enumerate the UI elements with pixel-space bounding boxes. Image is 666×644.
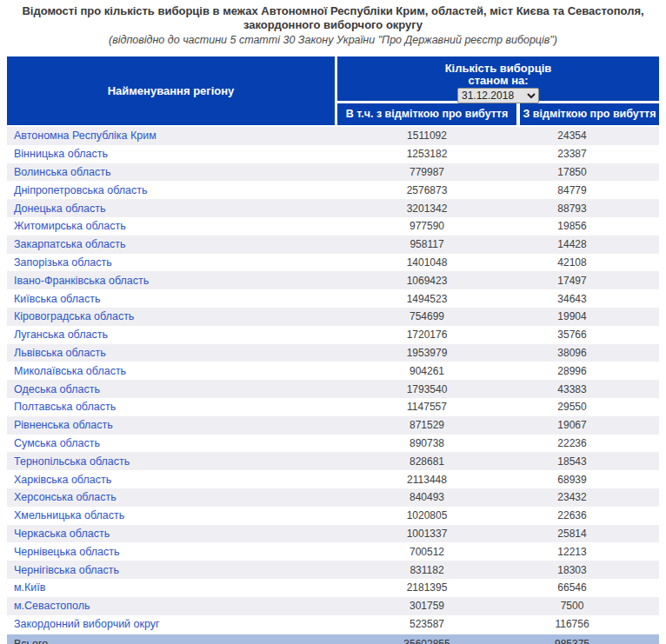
region-link[interactable]: Хмельницька область	[14, 509, 124, 521]
table-row: Луганська область172017635766	[7, 326, 659, 344]
departed-cell: 7500	[516, 600, 659, 612]
footer-departed: 985375	[516, 638, 659, 644]
region-link[interactable]: м.Київ	[14, 581, 45, 594]
table-row: Донецька область320134288793	[7, 199, 659, 217]
departed-cell: 18543	[516, 455, 659, 468]
departed-cell: 43383	[516, 383, 659, 395]
count-header-line1: Кількість виборців	[337, 62, 659, 75]
region-link[interactable]: Автономна Республіка Крим	[14, 129, 157, 142]
total-cell: 1069423	[337, 275, 516, 287]
departed-cell: 19904	[516, 310, 659, 322]
region-link[interactable]: Харківська область	[14, 474, 111, 486]
region-link[interactable]: Рівненська область	[14, 419, 113, 431]
region-link[interactable]: Закордонний виборчий округ	[14, 618, 160, 630]
count-column-header: Кількість виборців станом на: 31.12.2018	[337, 56, 659, 101]
table-row: Херсонська область84049323432	[7, 488, 659, 507]
departed-cell: 22636	[516, 509, 659, 521]
departed-cell: 14428	[516, 238, 659, 250]
table-row: Запорізька область140104842108	[7, 254, 659, 272]
table-row: Хмельницька область102080522636	[7, 507, 659, 525]
departed-cell: 24354	[516, 129, 659, 142]
region-link[interactable]: Полтавська область	[14, 401, 116, 413]
region-link[interactable]: Вінницька область	[14, 148, 108, 160]
total-cell: 1001337	[337, 528, 516, 540]
region-link[interactable]: Сумська область	[14, 437, 100, 449]
region-link[interactable]: Київська область	[14, 293, 100, 305]
region-cell: Чернігівська область	[7, 564, 337, 576]
region-cell: Миколаївська область	[7, 365, 337, 377]
departed-cell: 22236	[516, 437, 659, 449]
region-link[interactable]: Миколаївська область	[14, 365, 126, 377]
page-subtitle: (відповідно до частини 5 статті 30 Закон…	[0, 34, 666, 47]
total-cell: 1720176	[337, 329, 516, 341]
table-row: м.Севастополь3017597500	[7, 597, 659, 615]
table-row: Сумська область89073822236	[7, 435, 659, 453]
total-cell: 754699	[337, 310, 516, 322]
region-link[interactable]: Тернопільська область	[14, 455, 130, 468]
region-link[interactable]: Запорізька область	[14, 256, 112, 269]
region-link[interactable]: Херсонська область	[14, 491, 117, 503]
table-body: Автономна Республіка Крим151109224354Він…	[7, 127, 659, 633]
table-row: Чернігівська область83118218303	[7, 561, 659, 579]
departed-cell: 29550	[516, 401, 659, 413]
departed-cell: 23387	[516, 148, 659, 160]
table-row: Львівська область195397938096	[7, 344, 659, 362]
date-select[interactable]: 31.12.2018	[457, 88, 539, 103]
total-cell: 523587	[337, 618, 516, 630]
region-cell: Черкаська область	[7, 528, 337, 540]
region-link[interactable]: Волинська область	[14, 166, 110, 178]
total-cell: 828681	[337, 455, 516, 468]
total-cell: 1401048	[337, 256, 516, 269]
region-cell: Івано-Франківська область	[7, 275, 337, 287]
region-link[interactable]: Закарпатська область	[14, 238, 125, 250]
table-row: Київська область149452334643	[7, 289, 659, 308]
region-cell: Тернопільська область	[7, 455, 337, 468]
total-cell: 301759	[337, 600, 516, 612]
region-link[interactable]: Дніпропетровська область	[14, 184, 147, 196]
total-cell: 958117	[337, 238, 516, 250]
region-link[interactable]: Луганська область	[14, 329, 108, 341]
region-cell: Закордонний виборчий округ	[7, 618, 337, 630]
subheader-row: В т.ч. з відміткою про вибуття З відмітк…	[337, 103, 659, 125]
region-cell: Чернівецька область	[7, 546, 337, 558]
region-link[interactable]: Івано-Франківська область	[14, 275, 149, 287]
departed-cell: 42108	[516, 256, 659, 269]
total-cell: 904261	[337, 365, 516, 377]
region-cell: Хмельницька область	[7, 509, 337, 521]
table-row: Вінницька область125318223387	[7, 145, 659, 163]
departed-cell: 34643	[516, 293, 659, 305]
departed-cell: 28996	[516, 365, 659, 377]
table-row: Миколаївська область90426128996	[7, 362, 659, 380]
region-link[interactable]: Одеська область	[14, 383, 100, 395]
total-cell: 1494523	[337, 293, 516, 305]
total-cell: 1953979	[337, 347, 516, 359]
count-header-group: Кількість виборців станом на: 31.12.2018…	[337, 56, 659, 125]
footer-total: 35602855	[337, 638, 516, 644]
total-cell: 831182	[337, 564, 516, 576]
region-link[interactable]: Кіровоградська область	[14, 310, 134, 322]
region-link[interactable]: Чернігівська область	[14, 564, 119, 576]
table-row: Тернопільська область82868118543	[7, 452, 659, 470]
region-link[interactable]: м.Севастополь	[14, 600, 90, 612]
region-link[interactable]: Житомирська область	[14, 220, 126, 232]
table-footer: Всього 35602855 985375	[7, 634, 659, 644]
region-cell: Автономна Республіка Крим	[7, 129, 337, 142]
region-link[interactable]: Черкаська область	[14, 528, 110, 540]
region-cell: Кіровоградська область	[7, 310, 337, 322]
region-cell: Полтавська область	[7, 401, 337, 413]
total-cell: 1020805	[337, 509, 516, 521]
departed-cell: 25814	[516, 528, 659, 540]
page: Відомості про кількість виборців в межах…	[0, 0, 666, 644]
table-row: Одеська область179354043383	[7, 380, 659, 398]
total-cell: 2181395	[337, 581, 516, 594]
region-cell: Луганська область	[7, 329, 337, 341]
region-cell: м.Севастополь	[7, 600, 337, 612]
region-link[interactable]: Львівська область	[14, 347, 106, 359]
departed-cell: 88793	[516, 202, 659, 215]
region-cell: Волинська область	[7, 166, 337, 178]
region-link[interactable]: Чернівецька область	[14, 546, 120, 558]
table-row: Закарпатська область95811714428	[7, 236, 659, 254]
count-header-line2: станом на:	[337, 75, 659, 87]
region-link[interactable]: Донецька область	[14, 202, 106, 215]
total-cell: 700512	[337, 546, 516, 558]
